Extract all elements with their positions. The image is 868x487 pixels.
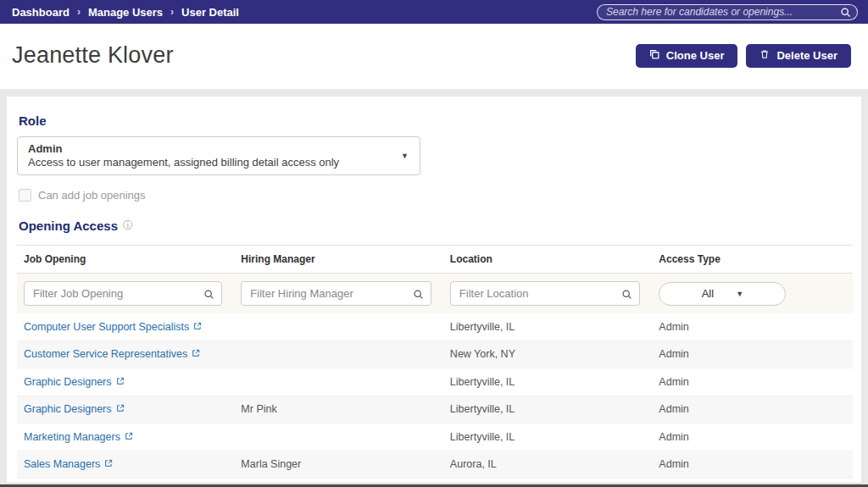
header-actions: Clone User Delete User [636,44,851,68]
access-type-cell: Admin [652,458,853,470]
job-opening-label: Graphic Designers [24,376,112,388]
job-opening-link[interactable]: Sales Managers [24,458,113,470]
info-icon[interactable]: ⓘ [123,219,133,233]
access-type-filter-dropdown[interactable]: All ▼ [659,282,786,306]
clone-user-button[interactable]: Clone User [636,44,738,68]
table-row: Graphic Designers Mr Pink Libertyville, … [17,396,853,424]
clone-user-label: Clone User [666,49,725,62]
table-body: Computer User Support Specialists Libert… [17,313,853,479]
external-link-icon [116,376,125,388]
access-type-cell: Admin [652,376,853,388]
clone-icon [649,49,659,62]
access-type-cell: Admin [652,321,853,333]
can-add-openings-row: Can add job openings [19,189,853,202]
can-add-openings-checkbox [19,189,31,202]
filter-hiring-manager-input[interactable] [241,281,431,306]
search-icon [203,288,214,303]
filter-location-input[interactable] [450,281,641,306]
hiring-manager-cell: Marla Singer [234,458,443,470]
breadcrumb-user-detail: User Detail [181,6,239,19]
role-select[interactable]: Admin Access to user management, assigne… [17,136,420,175]
global-search-input[interactable] [597,4,858,20]
job-opening-label: Graphic Designers [24,403,112,415]
table-row: Graphic Designers Libertyville, IL Admin [17,368,853,396]
column-header-location: Location [443,253,653,265]
role-selected-description: Access to user management, assigned bill… [28,156,391,169]
table-row: Marketing Managers Libertyville, IL Admi… [17,423,853,451]
search-icon[interactable] [840,6,851,21]
breadcrumb: Dashboard › Manage Users › User Detail [12,6,239,19]
opening-access-title: Opening Access [19,219,118,233]
job-opening-label: Computer User Support Specialists [24,321,189,333]
role-selected-name: Admin [28,142,391,155]
opening-access-heading: Opening Access ⓘ [19,219,853,233]
content-background: Role Admin Access to user management, as… [0,89,868,487]
chevron-down-icon: ▼ [401,152,409,160]
column-header-hiring-manager: Hiring Manager [234,253,443,265]
location-cell: Aurora, IL [443,458,653,470]
delete-user-button[interactable]: Delete User [746,44,851,68]
filter-job-opening-input[interactable] [24,281,222,306]
breadcrumb-separator: › [77,6,81,18]
job-opening-link[interactable]: Customer Service Representatives [24,348,200,360]
table-header-row: Job Opening Hiring Manager Location Acce… [17,245,853,274]
external-link-icon [125,431,133,443]
job-opening-link[interactable]: Marketing Managers [24,431,133,443]
user-detail-card: Role Admin Access to user management, as… [7,97,861,484]
breadcrumb-dashboard[interactable]: Dashboard [12,6,70,19]
delete-user-label: Delete User [776,49,837,62]
job-opening-link[interactable]: Graphic Designers [24,376,125,388]
chevron-down-icon: ▼ [736,290,743,298]
access-type-filter-value: All [702,287,714,300]
job-opening-link[interactable]: Graphic Designers [24,403,125,415]
job-opening-label: Sales Managers [24,458,100,470]
breadcrumb-manage-users[interactable]: Manage Users [88,6,163,19]
column-header-job-opening: Job Opening [17,253,234,265]
location-cell: Libertyville, IL [443,403,653,415]
top-navigation-bar: Dashboard › Manage Users › User Detail [0,0,868,24]
search-icon [413,288,424,303]
opening-access-table: Job Opening Hiring Manager Location Acce… [17,245,853,479]
trash-icon [760,49,770,62]
table-row: Customer Service Representatives New Yor… [17,341,853,369]
page-header: Jeanette Klover Clone User Delete User [0,24,868,89]
location-cell: Libertyville, IL [443,321,653,333]
hiring-manager-cell: Mr Pink [234,403,443,415]
access-type-cell: Admin [652,403,853,415]
location-cell: Libertyville, IL [443,376,653,388]
job-opening-link[interactable]: Computer User Support Specialists [24,321,202,333]
external-link-icon [192,348,200,360]
job-opening-label: Customer Service Representatives [24,348,187,360]
global-search [597,3,858,20]
job-opening-label: Marketing Managers [24,431,120,443]
location-cell: Libertyville, IL [443,431,653,443]
search-icon [621,288,632,303]
page-title: Jeanette Klover [12,42,174,69]
access-type-cell: Admin [652,348,853,360]
column-header-access-type: Access Type [652,253,853,265]
table-row: Sales Managers Marla Singer Aurora, IL A… [17,451,853,479]
table-filter-row: All ▼ [17,274,853,313]
role-heading: Role [19,113,853,128]
breadcrumb-separator: › [170,6,174,18]
external-link-icon [104,458,113,470]
filter-location [450,281,641,306]
table-row: Computer User Support Specialists Libert… [17,313,853,341]
external-link-icon [116,403,125,415]
can-add-openings-label: Can add job openings [38,189,146,202]
location-cell: New York, NY [443,348,653,360]
access-type-cell: Admin [652,431,853,443]
filter-job-opening [24,281,222,306]
filter-hiring-manager [241,281,431,306]
external-link-icon [193,321,202,333]
